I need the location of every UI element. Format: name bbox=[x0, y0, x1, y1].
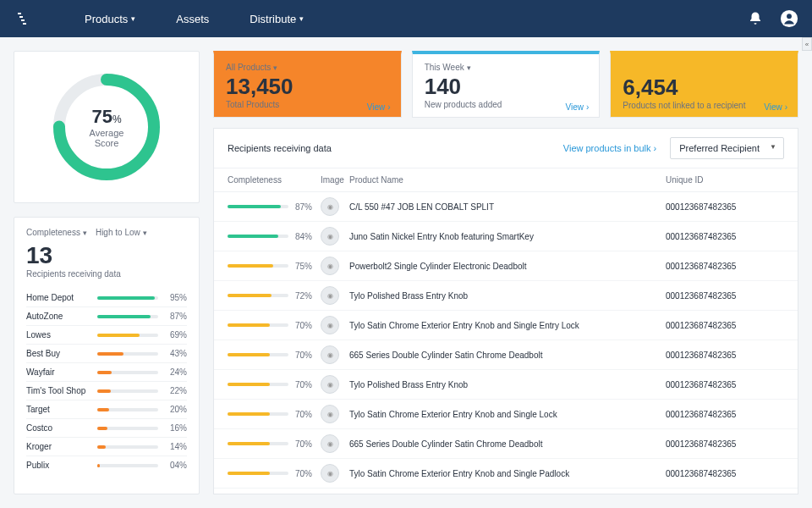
table-row[interactable]: 70%◉665 Series Double Cylinder Satin Chr… bbox=[214, 340, 798, 370]
table-row[interactable]: 70%◉Tylo Satin Chrome Exterior Entry Kno… bbox=[214, 311, 798, 340]
recipient-row[interactable]: Kroger14% bbox=[26, 437, 187, 456]
recipients-count: 13 bbox=[26, 242, 187, 269]
product-thumb: ◉ bbox=[321, 345, 339, 364]
recipient-name: Tim's Tool Shop bbox=[26, 386, 92, 395]
product-id: 000123687482365 bbox=[666, 380, 784, 389]
product-name: Powerbolt2 Single Cylinder Electronic De… bbox=[349, 262, 666, 271]
product-id: 000123687482365 bbox=[666, 232, 784, 241]
table-row[interactable]: 72%◉Tylo Polished Brass Entry Knob000123… bbox=[214, 281, 798, 311]
recipient-bar bbox=[97, 371, 158, 374]
score-value: 75 bbox=[91, 106, 112, 127]
nav-item-products[interactable]: Products▾ bbox=[85, 13, 135, 25]
recipient-row[interactable]: Home Depot95% bbox=[26, 289, 187, 306]
svg-point-1 bbox=[787, 14, 792, 19]
recipient-name: Costco bbox=[26, 423, 92, 433]
table-title: Recipients receiving data bbox=[228, 143, 332, 153]
product-id: 000123687482365 bbox=[666, 439, 784, 449]
stat-view-link[interactable]: View › bbox=[764, 102, 787, 112]
view-bulk-link[interactable]: View products in bulk › bbox=[563, 143, 656, 153]
recipient-name: Lowes bbox=[26, 330, 92, 340]
recipient-row[interactable]: Best Buy43% bbox=[26, 344, 187, 362]
product-thumb: ◉ bbox=[321, 286, 339, 305]
recipient-bar bbox=[97, 389, 158, 393]
product-name: Juno Satin Nickel Entry Knob featuring S… bbox=[349, 232, 666, 241]
table-row[interactable]: 70%◉Tylo Satin Chrome Exterior Entry Kno… bbox=[214, 459, 798, 489]
recipient-name: Wayfair bbox=[26, 367, 92, 377]
recipient-row[interactable]: Wayfair24% bbox=[26, 362, 187, 381]
recipient-row[interactable]: AutoZone87% bbox=[26, 306, 187, 325]
recipient-pct: 24% bbox=[163, 367, 187, 377]
collapse-panel-button[interactable]: « bbox=[802, 37, 812, 51]
table-row[interactable]: 70%◉665 Series Double Cylinder Satin Chr… bbox=[214, 489, 798, 494]
stat-card: 6,454Products not linked to a recipientV… bbox=[610, 51, 798, 118]
table-row[interactable]: 70%◉Tylo Satin Chrome Exterior Entry Kno… bbox=[214, 400, 798, 429]
chevron-down-icon: ▾ bbox=[131, 14, 135, 23]
chevron-right-icon: › bbox=[785, 102, 787, 112]
product-name: Tylo Polished Brass Entry Knob bbox=[349, 291, 666, 301]
completeness-bar bbox=[228, 294, 288, 297]
stat-view-link[interactable]: View › bbox=[566, 102, 590, 112]
col-image: Image bbox=[321, 175, 349, 185]
completeness-bar bbox=[228, 264, 288, 268]
product-thumb: ◉ bbox=[321, 227, 339, 246]
recipient-select[interactable]: Preferred Recipient bbox=[670, 137, 784, 159]
avatar-icon[interactable] bbox=[780, 9, 798, 28]
recipient-name: Target bbox=[26, 405, 92, 414]
recipient-bar bbox=[97, 427, 158, 430]
recipient-name: AutoZone bbox=[26, 312, 92, 321]
stat-view-link[interactable]: View › bbox=[367, 102, 391, 112]
table-row[interactable]: 87%◉C/L 550 #47 JOB LEN COBALT SPLIT0001… bbox=[214, 192, 798, 222]
bell-icon[interactable] bbox=[748, 11, 763, 26]
product-id: 000123687482365 bbox=[666, 202, 784, 212]
chevron-down-icon: ▾ bbox=[143, 229, 147, 237]
table-row[interactable]: 70%◉Tylo Polished Brass Entry Knob000123… bbox=[214, 370, 798, 400]
completeness-pct: 70% bbox=[295, 410, 321, 419]
recipient-row[interactable]: Publix04% bbox=[26, 456, 187, 474]
chevron-right-icon: › bbox=[654, 143, 657, 153]
nav-item-assets[interactable]: Assets bbox=[176, 13, 209, 25]
completeness-bar bbox=[228, 235, 288, 238]
completeness-bar bbox=[228, 323, 288, 327]
completeness-pct: 70% bbox=[295, 351, 321, 360]
product-name: Tylo Satin Chrome Exterior Entry Knob an… bbox=[349, 321, 666, 330]
table-row[interactable]: 84%◉Juno Satin Nickel Entry Knob featuri… bbox=[214, 222, 798, 251]
recipient-pct: 43% bbox=[163, 349, 187, 358]
recipient-row[interactable]: Lowes69% bbox=[26, 325, 187, 344]
recipient-pct: 69% bbox=[163, 330, 187, 340]
product-id: 000123687482365 bbox=[666, 469, 784, 478]
table-row[interactable]: 70%◉665 Series Double Cylinder Satin Chr… bbox=[214, 429, 798, 459]
recipients-filter-completeness[interactable]: Completeness ▾ bbox=[26, 228, 87, 237]
stat-filter[interactable]: All Products ▾ bbox=[226, 63, 389, 72]
nav-item-distribute[interactable]: Distribute▾ bbox=[250, 13, 304, 25]
product-name: Tylo Satin Chrome Exterior Entry Knob an… bbox=[349, 469, 666, 478]
recipient-name: Kroger bbox=[26, 442, 92, 451]
score-donut: 75% Average Score bbox=[47, 68, 166, 186]
completeness-pct: 70% bbox=[295, 321, 321, 330]
product-name: Tylo Satin Chrome Exterior Entry Knob an… bbox=[349, 410, 666, 419]
table-row[interactable]: 75%◉Powerbolt2 Single Cylinder Electroni… bbox=[214, 251, 798, 281]
chevron-down-icon: ▾ bbox=[299, 14, 304, 23]
recipient-pct: 95% bbox=[163, 293, 187, 302]
recipient-pct: 14% bbox=[163, 442, 187, 451]
recipient-row[interactable]: Target20% bbox=[26, 400, 187, 418]
products-table-card: Recipients receiving data View products … bbox=[213, 128, 798, 494]
col-completeness: Completeness bbox=[228, 175, 321, 185]
stat-number: 13,450 bbox=[226, 74, 389, 100]
stat-filter[interactable]: This Week ▾ bbox=[425, 63, 588, 72]
recipient-row[interactable]: Tim's Tool Shop22% bbox=[26, 381, 187, 400]
completeness-bar bbox=[228, 442, 288, 445]
chevron-right-icon: › bbox=[387, 102, 390, 112]
product-thumb: ◉ bbox=[321, 316, 339, 334]
completeness-bar bbox=[228, 412, 288, 416]
stat-label: New products added bbox=[425, 100, 588, 109]
stat-label: Total Products bbox=[226, 100, 389, 109]
stat-card: This Week ▾140New products addedView › bbox=[412, 51, 601, 118]
logo[interactable] bbox=[14, 8, 34, 29]
recipients-sub: Recipients receiving data bbox=[26, 269, 187, 279]
completeness-pct: 70% bbox=[295, 380, 321, 389]
chevron-down-icon: ▾ bbox=[273, 64, 277, 72]
recipient-bar bbox=[97, 352, 158, 356]
recipient-row[interactable]: Costco16% bbox=[26, 418, 187, 437]
recipients-filter-sort[interactable]: High to Low ▾ bbox=[96, 228, 147, 237]
recipient-pct: 04% bbox=[163, 461, 187, 470]
